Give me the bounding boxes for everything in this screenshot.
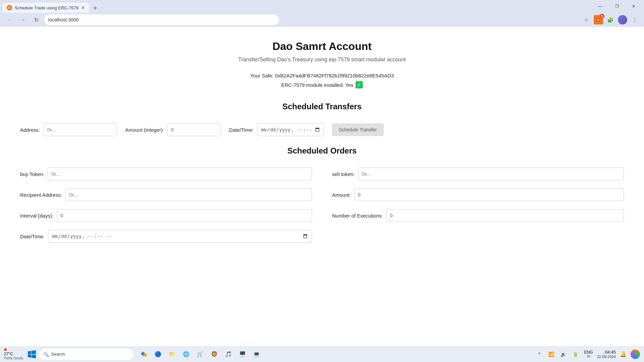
clock-time: 04:45: [597, 350, 616, 355]
buy-token-label: buy Token:: [20, 171, 44, 177]
orders-section-title: Scheduled Orders: [20, 146, 624, 156]
sell-token-label: sell token:: [332, 171, 355, 177]
taskbar-app-ie[interactable]: 🌐: [179, 348, 193, 361]
tab-favicon: B: [7, 5, 12, 10]
lang-region: IN: [587, 355, 590, 358]
orders-form-grid: buy Token: sell token: Recipient Address…: [20, 168, 624, 243]
back-button[interactable]: ←: [4, 14, 15, 25]
taskbar-app-vscode[interactable]: 💻: [250, 348, 263, 361]
notification-icon[interactable]: 🔔: [619, 350, 628, 359]
erc-status: ERC-7579 module installed: Yes ✓: [20, 81, 624, 88]
transfers-section-title: Scheduled Transfers: [20, 102, 624, 111]
weather-dot: [4, 348, 7, 351]
weather-desc: Partly cloudy: [4, 356, 23, 360]
address-group: Address:: [20, 123, 117, 136]
erc-label: ERC-7579 module installed: Yes: [281, 82, 353, 88]
shield-badge: 6: [600, 14, 604, 18]
recipient-label: Recipient Address:: [20, 192, 62, 198]
language-indicator[interactable]: ENG IN: [583, 350, 594, 358]
brave-shield-icon[interactable]: 🦁 6: [594, 15, 603, 24]
browser-toolbar: ← → ↻ localhost:3000 ☆ 🦁 6 🧩 ⋮: [0, 13, 644, 27]
menu-icon[interactable]: ⋮: [629, 14, 640, 25]
recipient-input[interactable]: [65, 188, 312, 201]
orders-amount-input[interactable]: [354, 188, 624, 201]
taskbar-app-terminal[interactable]: 🖥️: [236, 348, 249, 361]
clock-date: 22-09-2024: [597, 355, 616, 359]
star-icon[interactable]: ☆: [581, 14, 592, 25]
taskbar-app-store[interactable]: 🛒: [194, 348, 207, 361]
taskbar-right: ^ 📶 🔊 🔋 ENG IN 04:45 22-09-2024 🔔: [535, 350, 640, 359]
transfers-form-row: Address: Amount (integer): Date/Time: Sc…: [20, 123, 624, 136]
taskbar-apps: 🎭 🔵 📁 🌐 🛒 🦁 🎵 🖥️ 💻: [137, 348, 263, 361]
orders-amount-label: Amount:: [332, 192, 351, 198]
interval-input[interactable]: [57, 209, 312, 222]
datetime-label: Date/Time:: [229, 127, 254, 133]
start-button[interactable]: [26, 348, 38, 360]
orders-datetime-input[interactable]: [48, 230, 312, 243]
interval-group: Interval (days):: [20, 209, 312, 222]
schedule-transfer-button[interactable]: Schedule Transfer: [332, 123, 384, 136]
network-icon[interactable]: 📶: [547, 350, 556, 359]
buy-token-input[interactable]: [48, 168, 312, 180]
reload-button[interactable]: ↻: [31, 14, 42, 25]
datetime-group: Date/Time:: [229, 123, 324, 136]
new-tab-button[interactable]: +: [91, 3, 100, 13]
minimize-button[interactable]: —: [592, 0, 608, 13]
tab-close-button[interactable]: ✕: [81, 5, 85, 10]
amount-label: Amount (integer):: [125, 127, 164, 133]
amount-group: Amount (integer):: [125, 123, 221, 136]
url-display: localhost:3000: [48, 17, 78, 22]
color-picker-icon[interactable]: [631, 350, 640, 359]
safe-info: Your Safe: 0xB2A2Fa4dFB7482Ff782b1f99210…: [20, 73, 624, 78]
browser-titlebar: B Schedule Trade using ERC-7579 ✕ + — ❐ …: [0, 0, 644, 13]
weather-widget[interactable]: 27°C Partly cloudy: [4, 348, 24, 360]
orders-datetime-label: Date/Time:: [20, 234, 45, 239]
checkmark-icon: ✓: [356, 81, 363, 88]
weather-temp: 27°C: [4, 352, 23, 356]
address-bar[interactable]: localhost:3000: [44, 14, 279, 25]
window-controls: — ❐ ✕: [592, 0, 641, 13]
extensions-icon[interactable]: 🧩: [605, 14, 616, 25]
orders-amount-group: Amount:: [332, 188, 624, 201]
datetime-input[interactable]: [257, 123, 324, 136]
safe-address-text: Your Safe: 0xB2A2Fa4dFB7482Ff782b1f99210…: [20, 73, 624, 78]
toolbar-right: ☆ 🦁 6 🧩 ⋮: [581, 14, 640, 25]
page-title: Dao Samrt Account: [20, 40, 624, 53]
taskbar-app-brave[interactable]: 🦁: [208, 348, 221, 361]
taskbar-search[interactable]: 🔍 Search: [39, 349, 133, 360]
page-content: Dao Samrt Account Transfer/Selling Dao's…: [0, 27, 644, 346]
page-subtitle: Transfer/Selling Dao's Treasury using ei…: [20, 57, 624, 63]
close-button[interactable]: ✕: [626, 0, 641, 13]
wifi-icon[interactable]: 🔊: [559, 350, 568, 359]
search-icon: 🔍: [43, 352, 49, 357]
taskbar-app-music[interactable]: 🎵: [222, 348, 235, 361]
taskbar-app-emoji[interactable]: 🎭: [137, 348, 151, 361]
clock-widget[interactable]: 04:45 22-09-2024: [597, 350, 616, 359]
tab-title: Schedule Trade using ERC-7579: [15, 5, 78, 10]
chevron-up-icon[interactable]: ^: [535, 350, 544, 359]
browser-tabs: B Schedule Trade using ERC-7579 ✕ +: [3, 0, 100, 13]
volume-icon[interactable]: 🔋: [571, 350, 580, 359]
windows-logo-icon: [28, 350, 36, 358]
maximize-button[interactable]: ❐: [609, 0, 625, 13]
sell-token-input[interactable]: [358, 168, 624, 180]
taskbar-app-chrome[interactable]: 🔵: [151, 348, 165, 361]
sell-token-group: sell token:: [332, 168, 624, 180]
executions-label: Number of Executions:: [332, 213, 383, 219]
lang-code: ENG: [584, 350, 593, 355]
user-avatar[interactable]: [618, 15, 627, 24]
forward-button[interactable]: →: [17, 14, 28, 25]
taskbar-app-folder[interactable]: 📁: [165, 348, 179, 361]
buy-token-group: buy Token:: [20, 168, 312, 180]
active-tab[interactable]: B Schedule Trade using ERC-7579 ✕: [3, 3, 89, 13]
amount-input[interactable]: [167, 123, 221, 136]
interval-label: Interval (days):: [20, 213, 53, 219]
executions-input[interactable]: [386, 209, 624, 222]
address-input[interactable]: [43, 123, 117, 136]
orders-datetime-group: Date/Time:: [20, 230, 312, 243]
search-text: Search: [51, 352, 65, 357]
address-label: Address:: [20, 127, 40, 133]
safe-address-value: 0xB2A2Fa4dFB7482Ff782b1f99210b822e8E545A…: [275, 73, 394, 78]
recipient-group: Recipient Address:: [20, 188, 312, 201]
executions-group: Number of Executions:: [332, 209, 624, 222]
